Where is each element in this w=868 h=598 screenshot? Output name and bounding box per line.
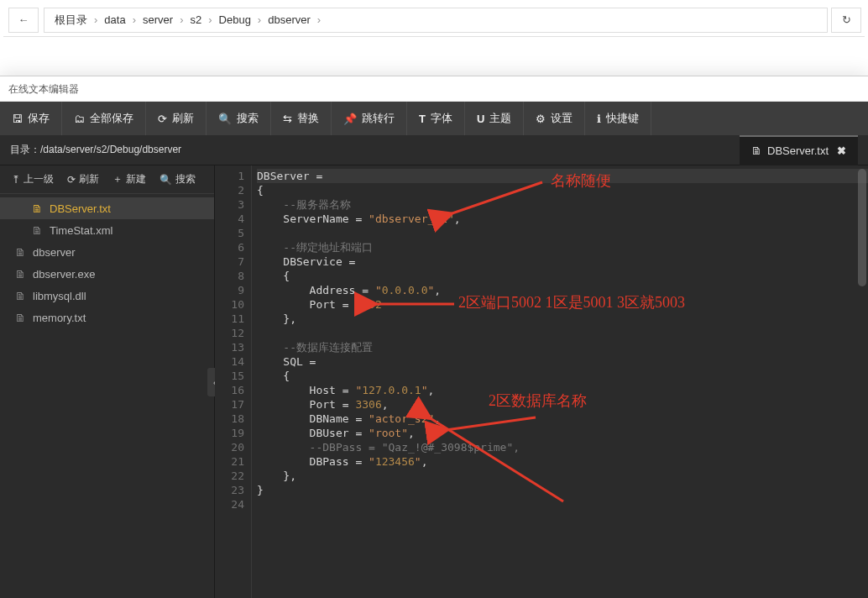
code-line[interactable]: ServerName = "dbserver_s2", bbox=[257, 212, 868, 226]
file-item[interactable]: 🗎dbserver.exe bbox=[0, 263, 214, 285]
file-item[interactable]: 🗎TimeStat.xml bbox=[0, 219, 214, 241]
breadcrumb-seg[interactable]: 根目录 bbox=[51, 13, 91, 28]
line-number: 10 bbox=[218, 297, 244, 312]
file-label: dbserver.exe bbox=[33, 268, 95, 281]
code-line[interactable]: --DBPass = "Qaz_!@#_3098$prime", bbox=[257, 440, 868, 454]
code-line[interactable]: Port = 3306, bbox=[257, 397, 868, 412]
refresh-button[interactable]: ⟳刷新 bbox=[60, 172, 106, 186]
code-line[interactable]: Port = 5002 bbox=[257, 297, 868, 312]
code-line[interactable]: DBServer = bbox=[257, 169, 868, 183]
replace-button[interactable]: ⇆替换 bbox=[271, 102, 332, 135]
code-line[interactable] bbox=[257, 326, 868, 340]
line-number: 13 bbox=[218, 340, 244, 354]
theme-button[interactable]: U主题 bbox=[465, 102, 524, 135]
file-item[interactable]: 🗎dbserver bbox=[0, 241, 214, 263]
breadcrumb-seg[interactable]: server bbox=[139, 13, 176, 26]
tab-dbserver[interactable]: 🗎 DBServer.txt ✖ bbox=[740, 135, 858, 165]
breadcrumb-seg[interactable]: dbserver bbox=[264, 13, 314, 26]
breadcrumb-path[interactable]: 根目录› data› server› s2› Debug› dbserver› bbox=[44, 8, 828, 33]
file-icon: 🗎 bbox=[15, 312, 26, 324]
code-line[interactable]: --绑定地址和端口 bbox=[257, 240, 868, 254]
search-button[interactable]: 🔍搜索 bbox=[153, 172, 202, 186]
up-icon: ⤒ bbox=[12, 174, 20, 186]
search-icon: 🔍 bbox=[218, 113, 232, 125]
code-line[interactable]: DBName = "actor_s2", bbox=[257, 412, 868, 426]
file-item[interactable]: 🗎memory.txt bbox=[0, 307, 214, 328]
file-icon: 🗎 bbox=[32, 224, 43, 237]
line-number: 9 bbox=[218, 283, 244, 297]
info-icon: ℹ bbox=[597, 113, 601, 125]
line-number: 2 bbox=[218, 183, 244, 197]
code-text[interactable]: DBServer ={ --服务器名称 ServerName = "dbserv… bbox=[252, 165, 868, 598]
line-number: 16 bbox=[218, 383, 244, 397]
file-label: libmysql.dll bbox=[33, 290, 86, 302]
tab-label: DBServer.txt bbox=[767, 144, 829, 157]
refresh-button[interactable]: ⟳刷新 bbox=[146, 102, 207, 135]
settings-button[interactable]: ⚙设置 bbox=[524, 102, 585, 135]
code-line[interactable]: }, bbox=[257, 312, 868, 326]
up-button[interactable]: ⤒上一级 bbox=[5, 172, 60, 186]
replace-icon: ⇆ bbox=[283, 113, 292, 125]
code-line[interactable]: }, bbox=[257, 469, 868, 483]
line-number: 19 bbox=[218, 426, 244, 440]
breadcrumb-seg[interactable]: s2 bbox=[186, 13, 205, 26]
new-button[interactable]: ＋新建 bbox=[106, 172, 153, 186]
code-line[interactable]: } bbox=[257, 483, 868, 497]
code-line[interactable]: DBPass = "123456", bbox=[257, 454, 868, 469]
file-tree: 🗎DBServer.txt🗎TimeStat.xml🗎dbserver🗎dbse… bbox=[0, 194, 214, 332]
refresh-icon: ⟳ bbox=[158, 113, 167, 125]
breadcrumb-bar: ← 根目录› data› server› s2› Debug› dbserver… bbox=[3, 3, 865, 37]
line-number: 23 bbox=[218, 483, 244, 497]
code-line[interactable]: DBUser = "root", bbox=[257, 426, 868, 440]
save-button[interactable]: 🖫保存 bbox=[0, 102, 62, 135]
sidebar-tools: ⤒上一级 ⟳刷新 ＋新建 🔍搜索 bbox=[0, 165, 214, 194]
vertical-scrollbar[interactable] bbox=[858, 169, 866, 595]
file-item[interactable]: 🗎libmysql.dll bbox=[0, 285, 214, 307]
line-number: 5 bbox=[218, 226, 244, 240]
file-item[interactable]: 🗎DBServer.txt bbox=[0, 197, 214, 219]
line-number: 12 bbox=[218, 326, 244, 340]
code-line[interactable]: DBService = bbox=[257, 254, 868, 269]
refresh-button[interactable]: ↻ bbox=[831, 8, 861, 33]
code-line[interactable]: --数据库连接配置 bbox=[257, 340, 868, 354]
line-number: 14 bbox=[218, 354, 244, 369]
file-sidebar: ⤒上一级 ⟳刷新 ＋新建 🔍搜索 🗎DBServer.txt🗎TimeStat.… bbox=[0, 165, 215, 598]
code-line[interactable]: { bbox=[257, 183, 868, 197]
line-number: 6 bbox=[218, 240, 244, 254]
file-icon: 🗎 bbox=[15, 290, 26, 302]
code-line[interactable]: Host = "127.0.0.1", bbox=[257, 383, 868, 397]
code-editor[interactable]: 123456789101112131415161718192021222324 … bbox=[215, 165, 868, 598]
close-icon[interactable]: ✖ bbox=[837, 144, 846, 157]
shortcut-button[interactable]: ℹ快捷键 bbox=[585, 102, 651, 135]
code-line[interactable] bbox=[257, 226, 868, 240]
code-line[interactable]: Address = "0.0.0.0", bbox=[257, 283, 868, 297]
file-icon: 🗎 bbox=[751, 144, 762, 157]
code-line[interactable]: SQL = bbox=[257, 354, 868, 369]
line-number: 3 bbox=[218, 197, 244, 212]
save-all-icon: 🗂 bbox=[74, 113, 85, 125]
line-number: 21 bbox=[218, 454, 244, 469]
nav-back-button[interactable]: ← bbox=[8, 8, 39, 33]
file-label: dbserver bbox=[33, 246, 76, 259]
file-icon: 🗎 bbox=[32, 202, 43, 215]
code-line[interactable]: { bbox=[257, 369, 868, 383]
line-number: 7 bbox=[218, 254, 244, 269]
chevron-right-icon: › bbox=[91, 13, 101, 26]
code-line[interactable] bbox=[257, 497, 868, 511]
breadcrumb-seg[interactable]: data bbox=[101, 13, 128, 26]
font-button[interactable]: T字体 bbox=[407, 102, 465, 135]
goto-button[interactable]: 📌跳转行 bbox=[332, 102, 407, 135]
breadcrumb-seg[interactable]: Debug bbox=[216, 13, 254, 26]
chevron-right-icon: › bbox=[205, 13, 215, 26]
save-all-button[interactable]: 🗂全部保存 bbox=[62, 102, 146, 135]
font-icon: T bbox=[419, 113, 426, 125]
line-number: 15 bbox=[218, 369, 244, 383]
refresh-icon: ⟳ bbox=[67, 174, 76, 186]
chevron-right-icon: › bbox=[129, 13, 139, 26]
code-line[interactable]: --服务器名称 bbox=[257, 197, 868, 212]
scroll-thumb[interactable] bbox=[858, 169, 866, 286]
search-button[interactable]: 🔍搜索 bbox=[207, 102, 271, 135]
editor-split: ⤒上一级 ⟳刷新 ＋新建 🔍搜索 🗎DBServer.txt🗎TimeStat.… bbox=[0, 165, 868, 598]
code-line[interactable]: { bbox=[257, 269, 868, 283]
save-icon: 🖫 bbox=[12, 113, 23, 125]
